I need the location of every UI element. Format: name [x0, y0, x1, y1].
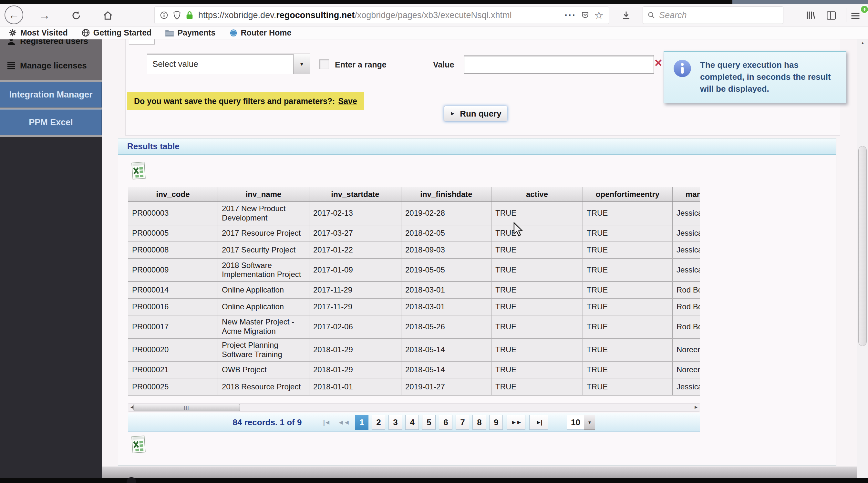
- table-row: PR000020Project Planning Software Traini…: [128, 339, 700, 362]
- reload-button[interactable]: [71, 10, 82, 21]
- bookmark-getting-started[interactable]: Getting Started: [82, 28, 152, 37]
- column-header[interactable]: inv_startdate: [309, 187, 401, 201]
- first-page-button[interactable]: |◄: [321, 419, 332, 426]
- sidebar-item-label: Registered users: [20, 39, 88, 46]
- clipped-control: [129, 39, 155, 44]
- filter-select-value: Select value: [147, 59, 198, 69]
- table-cell: 2017-02-13: [309, 202, 401, 225]
- page-button-3[interactable]: 3: [389, 415, 402, 430]
- tracking-protection-shield-icon[interactable]: [173, 11, 181, 20]
- page-button-8[interactable]: 8: [472, 415, 486, 430]
- column-header[interactable]: inv_name: [218, 187, 309, 201]
- enter-range-label: Enter a range: [335, 60, 386, 69]
- table-cell: PR000021: [128, 362, 218, 378]
- page-button-9[interactable]: 9: [489, 415, 503, 430]
- table-cell: TRUE: [583, 242, 673, 258]
- page-button-6[interactable]: 6: [439, 415, 453, 430]
- table-row: PR0000032017 New Product Development2017…: [128, 202, 700, 225]
- vertical-scrollbar-thumb[interactable]: [858, 146, 867, 346]
- table-horizontal-scrollbar[interactable]: ◄ ||| ►: [128, 403, 700, 412]
- scroll-up-arrow-icon[interactable]: ▲: [857, 41, 868, 45]
- previous-page-button[interactable]: ◄◄: [336, 419, 351, 426]
- dropdown-arrow-icon: ▼: [588, 420, 592, 425]
- toolbar-divider: [846, 8, 846, 22]
- table-cell: 2019-02-28: [401, 202, 492, 225]
- bookmark-router-home[interactable]: Router Home: [229, 28, 291, 37]
- value-input[interactable]: [464, 55, 654, 74]
- table-cell: Rod Bo: [673, 316, 700, 338]
- library-icon[interactable]: [805, 10, 816, 20]
- table-cell: 2018-05-14: [401, 362, 492, 378]
- forward-button[interactable]: →: [39, 8, 51, 22]
- table-cell: TRUE: [583, 362, 673, 378]
- globe-icon: [82, 28, 90, 37]
- table-cell: 2019-01-27: [401, 378, 492, 395]
- downloads-button[interactable]: [621, 10, 631, 20]
- table-cell: 2018 Resource Project: [218, 378, 309, 395]
- save-filters-link[interactable]: Save: [338, 97, 357, 106]
- page-size-dropdown-button[interactable]: ▼: [584, 415, 595, 430]
- user-icon: [6, 39, 16, 45]
- tab-strip: [0, 0, 868, 4]
- page-info-icon[interactable]: [160, 11, 168, 20]
- column-header[interactable]: manager: [673, 187, 700, 201]
- table-cell: 2017 New Product Development: [218, 202, 309, 225]
- page-button-7[interactable]: 7: [456, 415, 469, 430]
- table-cell: Rod Bo: [673, 282, 700, 298]
- select-dropdown-arrow-icon[interactable]: ▼: [293, 54, 310, 74]
- table-cell: PR000014: [128, 282, 218, 298]
- tab-strip-right: [733, 0, 868, 4]
- filter-select[interactable]: Select value ▼: [147, 54, 310, 74]
- bookmark-star-icon[interactable]: ☆: [594, 9, 603, 21]
- bookmark-payments[interactable]: Payments: [165, 28, 215, 37]
- bookmark-most-visited[interactable]: Most Visited: [8, 28, 68, 37]
- search-input[interactable]: [659, 10, 779, 20]
- scroll-right-arrow-icon[interactable]: ►: [693, 404, 699, 410]
- table-cell: 2017 Resource Project: [218, 225, 309, 242]
- sidebar-button-ppm-excel[interactable]: PPM Excel: [0, 109, 102, 135]
- back-button[interactable]: ←: [4, 5, 23, 24]
- menu-hamburger-icon[interactable]: [850, 12, 860, 20]
- pocket-icon[interactable]: [581, 11, 589, 20]
- https-lock-icon[interactable]: [186, 11, 193, 20]
- last-page-button[interactable]: ►|: [529, 415, 548, 430]
- table-cell: 2018-03-01: [401, 299, 492, 315]
- table-cell: 2017-11-29: [309, 299, 401, 315]
- page-button-2[interactable]: 2: [372, 415, 385, 430]
- table-cell: 2017-03-27: [309, 225, 401, 242]
- table-cell: Online Application: [218, 282, 309, 298]
- url-bar[interactable]: https://xobridge.dev.regoconsulting.net/…: [154, 6, 609, 24]
- column-header[interactable]: inv_code: [128, 187, 218, 201]
- column-header[interactable]: openfortimeentry: [583, 187, 673, 201]
- table-cell: TRUE: [583, 259, 673, 282]
- records-summary: 84 records. 1 of 9: [233, 417, 302, 427]
- column-header[interactable]: inv_finishdate: [401, 187, 492, 201]
- sidebar-item-registered-users[interactable]: Registered users: [0, 39, 102, 46]
- page-size-value: 10: [567, 415, 584, 430]
- table-cell: 2018-01-01: [309, 378, 401, 395]
- update-available-badge: [860, 5, 868, 13]
- bookmarks-bar: Most Visited Getting Started Payments Ro…: [0, 27, 868, 39]
- page-actions-icon[interactable]: ···: [564, 10, 576, 21]
- export-excel-icon[interactable]: [130, 435, 147, 454]
- export-excel-icon[interactable]: [130, 161, 147, 181]
- table-row: PR0000252018 Resource Project2018-01-012…: [128, 378, 700, 395]
- horizontal-scrollbar-thumb[interactable]: |||: [133, 404, 240, 411]
- page-button-5[interactable]: 5: [422, 415, 436, 430]
- results-panel: Results table inv_codeinv_nameinv_startd…: [118, 138, 836, 465]
- folder-icon: [165, 29, 174, 37]
- search-bar[interactable]: [643, 6, 783, 24]
- sidebar-button-integration-manager[interactable]: Integration Manager: [0, 82, 102, 107]
- column-header[interactable]: active: [492, 187, 583, 201]
- page-button-4[interactable]: 4: [405, 415, 419, 430]
- home-button[interactable]: [103, 10, 113, 21]
- sidebar-toggle-icon[interactable]: [826, 11, 836, 20]
- page-button-1[interactable]: 1: [355, 415, 368, 430]
- sidebar-item-manage-licenses[interactable]: Manage licenses: [0, 60, 102, 71]
- table-cell: TRUE: [583, 299, 673, 315]
- table-cell: 2018-01-29: [309, 339, 401, 361]
- next-page-button[interactable]: ►►: [507, 415, 525, 430]
- run-query-button[interactable]: ► Run query: [444, 106, 507, 121]
- browser-vertical-scrollbar[interactable]: ▲: [857, 39, 868, 478]
- enter-range-checkbox[interactable]: [319, 59, 329, 69]
